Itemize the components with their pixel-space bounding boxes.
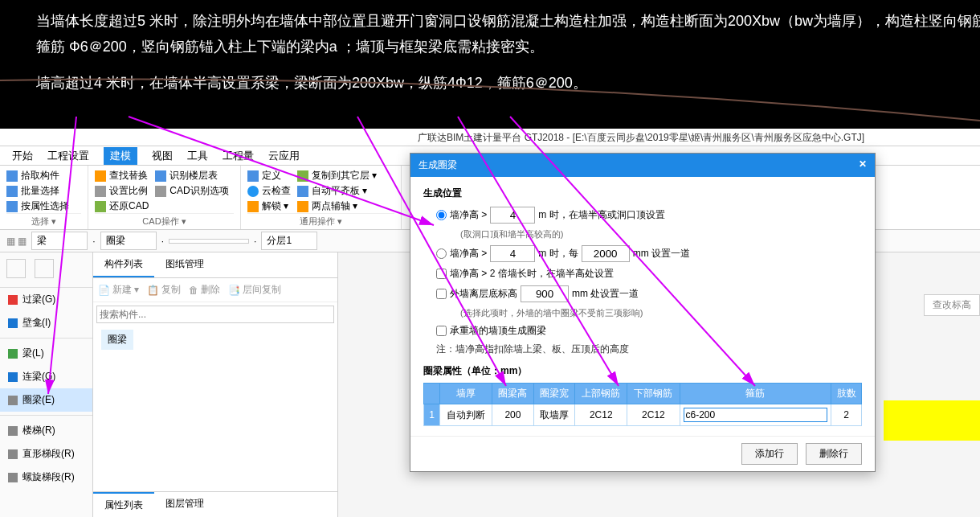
generate-ringbeam-dialog: 生成圈梁 ✕ 生成位置 墙净高 > m 时，在墙半高或洞口顶设置 (取洞口顶和墙…: [410, 153, 876, 472]
batch-select[interactable]: 批量选择: [6, 184, 81, 198]
delete-row-button[interactable]: 删除行: [806, 443, 862, 465]
delete-component[interactable]: 🗑 删除: [189, 283, 220, 297]
left-tool-2[interactable]: [35, 259, 54, 278]
tab-drawing-manage[interactable]: 图纸管理: [154, 252, 215, 277]
search-label-box[interactable]: 查改标高: [924, 294, 980, 316]
cat-icon: [8, 295, 18, 305]
restore-cad[interactable]: 还原CAD: [95, 199, 149, 213]
add-row-button[interactable]: 添加行: [741, 443, 798, 465]
category-圈梁(E)[interactable]: 圈梁(E): [0, 388, 92, 412]
stirrup-input[interactable]: [684, 408, 828, 422]
cell-圈梁宽[interactable]: 取墙厚: [533, 404, 574, 426]
unlock[interactable]: 解锁 ▾: [247, 199, 291, 213]
cell-箍筋[interactable]: [680, 404, 831, 426]
define-icon: [247, 170, 259, 182]
input-height-threshold-1[interactable]: [490, 207, 535, 224]
option-wall-height-half[interactable]: 墙净高 > m 时，在墙半高或洞口顶设置: [436, 207, 862, 224]
col-header: 肢数: [831, 384, 862, 404]
component-type-selector[interactable]: 圈梁: [100, 232, 157, 250]
col-header: 下部钢筋: [627, 384, 680, 404]
left-category-panel: 过梁(G)壁龛(I)梁(L)连梁(G)圈梁(E)楼梯(R)直形梯段(R)螺旋梯段…: [0, 252, 93, 517]
batch-icon: [6, 186, 18, 197]
dialog-close-button[interactable]: ✕: [859, 158, 867, 172]
copy-component[interactable]: 📋 复制: [147, 283, 181, 297]
dialog-note: 注：墙净高指扣除墙上梁、板、压顶后的高度: [436, 343, 862, 356]
left-tool-1[interactable]: [6, 259, 26, 278]
prop-sel-icon: [6, 201, 18, 212]
annotation-line-2: 箍筋 Ф6＠200，竖向钢筋锚入柱上下端的梁内a ；墙顶与框架梁底需粘接密实。: [36, 34, 944, 59]
select-by-property[interactable]: 按属性选择: [6, 199, 81, 213]
tab-component-list[interactable]: 构件列表: [93, 252, 154, 277]
input-interval-mm[interactable]: [582, 245, 630, 262]
row-number: 1: [424, 404, 440, 426]
unlock-icon: [247, 201, 259, 212]
auto-align-slab[interactable]: 自动平齐板 ▾: [297, 184, 377, 198]
checkbox-outer-wall[interactable]: [436, 289, 447, 299]
checkbox-bearing-wall[interactable]: [436, 326, 447, 336]
cell-墙厚[interactable]: 自动判断: [440, 404, 492, 426]
scale-icon: [95, 186, 106, 197]
define[interactable]: 定义: [247, 169, 291, 183]
radio-interval[interactable]: [436, 248, 447, 259]
menu-cloud[interactable]: 云应用: [268, 149, 300, 163]
pick-component[interactable]: 拾取构件: [6, 169, 81, 183]
find-replace[interactable]: 查找替换: [95, 169, 149, 183]
cat-icon: [8, 318, 18, 328]
menu-quantity[interactable]: 工程量: [223, 149, 254, 163]
two-point-aux-axis[interactable]: 两点辅轴 ▾: [297, 199, 377, 213]
menu-view[interactable]: 视图: [152, 149, 173, 163]
cad-opt-icon: [155, 186, 166, 197]
section-generate-position: 生成位置: [423, 187, 862, 200]
copy-to-other-floor[interactable]: 复制到其它层 ▾: [297, 169, 377, 183]
find-icon: [95, 170, 106, 182]
tab-property-list[interactable]: 属性列表: [93, 492, 154, 517]
cell-上部钢筋[interactable]: 2C12: [575, 404, 627, 426]
cat-icon: [8, 372, 18, 382]
menu-modeling[interactable]: 建模: [104, 147, 137, 165]
ribbon-group-general-label[interactable]: 通用操作 ▾: [247, 213, 394, 228]
ringbeam-properties-table: 墙厚圈梁高圈梁宽上部钢筋下部钢筋箍筋肢数 1自动判断200取墙厚2C122C12…: [423, 383, 862, 426]
new-component[interactable]: 📄 新建 ▾: [98, 283, 139, 297]
category-螺旋梯段(R)[interactable]: 螺旋梯段(R): [0, 466, 92, 489]
identify-floor-table[interactable]: 识别楼层表: [155, 169, 228, 183]
category-梁(L)[interactable]: 梁(L): [0, 342, 92, 365]
cloud-icon: [247, 186, 259, 197]
component-selector[interactable]: [169, 239, 249, 244]
option-double-length[interactable]: 墙净高 > 2 倍墙长时，在墙半高处设置: [436, 267, 862, 281]
set-scale[interactable]: 设置比例: [95, 184, 149, 198]
layer-selector[interactable]: 分层1: [261, 232, 317, 250]
tab-layer-manage[interactable]: 图层管理: [154, 492, 215, 517]
input-outer-wall-offset[interactable]: [521, 285, 569, 302]
cat-icon: [8, 473, 18, 482]
axis-icon: [297, 201, 308, 212]
category-连梁(G)[interactable]: 连梁(G): [0, 365, 92, 388]
cloud-check[interactable]: 云检查: [247, 184, 291, 198]
category-直形梯段(R)[interactable]: 直形梯段(R): [0, 442, 92, 466]
menu-start[interactable]: 开始: [12, 149, 33, 163]
category-过梁(G)[interactable]: 过梁(G): [0, 288, 92, 311]
menu-project-settings[interactable]: 工程设置: [47, 149, 89, 163]
cell-下部钢筋[interactable]: 2C12: [627, 404, 680, 426]
option-bearing-wall-top[interactable]: 承重墙的墙顶生成圈梁: [436, 324, 862, 338]
component-item-ringbeam[interactable]: 圈梁: [101, 330, 133, 350]
menu-tools[interactable]: 工具: [187, 149, 208, 163]
col-header: 圈梁高: [492, 384, 533, 404]
search-component-input[interactable]: [96, 306, 334, 323]
option4-subtext: (选择此项时，外墙的墙中圈梁不受前三项影响): [460, 307, 862, 319]
cell-肢数[interactable]: 2: [831, 404, 862, 426]
ribbon-group-select-label[interactable]: 选择 ▾: [6, 213, 81, 228]
checkbox-double-length[interactable]: [436, 269, 447, 279]
cell-圈梁高[interactable]: 200: [492, 404, 533, 426]
annotation-line-3: 墙高超过4 米时，在墙体半高设置系梁，梁断面为200Xbw，纵筋4Ф12，箍筋6…: [36, 70, 944, 96]
ribbon-group-cad-label[interactable]: CAD操作 ▾: [95, 213, 234, 228]
option-outer-wall-offset[interactable]: 外墙离层底标高 mm 处设置一道: [436, 285, 862, 302]
input-height-threshold-2[interactable]: [490, 245, 535, 262]
cad-identify-options[interactable]: CAD识别选项: [155, 184, 228, 198]
option-wall-height-interval[interactable]: 墙净高 > m 时，每 mm 设置一道: [436, 245, 862, 262]
radio-half-height[interactable]: [436, 210, 447, 220]
category-壁龛(I)[interactable]: 壁龛(I): [0, 311, 92, 334]
cat-icon: [8, 426, 18, 436]
layer-copy[interactable]: 📑 层间复制: [228, 283, 281, 297]
category-selector[interactable]: 梁: [31, 232, 88, 250]
category-楼梯(R)[interactable]: 楼梯(R): [0, 419, 92, 442]
